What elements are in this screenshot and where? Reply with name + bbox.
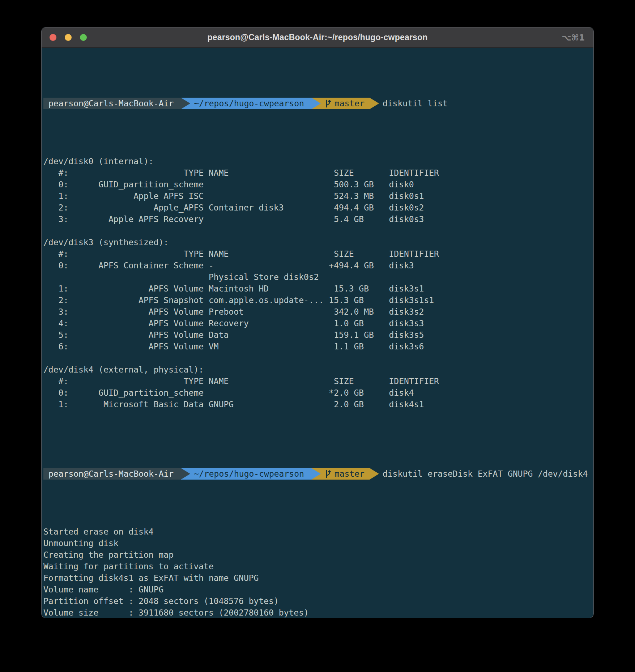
terminal-output-line: Volume size : 3911680 sectors (200278016… <box>43 607 593 618</box>
prompt-line-2: pearson@Carls-MacBook-Air ~/repos/hugo-c… <box>43 468 593 480</box>
prompt-user-host: pearson@Carls-MacBook-Air <box>43 468 181 480</box>
terminal-output-line: 4: APFS Volume Recovery 1.0 GB disk3s3 <box>43 318 593 329</box>
close-button[interactable] <box>50 34 56 41</box>
terminal-output-line: 1: APFS Volume Macintosh HD 15.3 GB disk… <box>43 283 593 294</box>
terminal-output-line: #: TYPE NAME SIZE IDENTIFIER <box>43 167 593 179</box>
terminal-output-line: Partition offset : 2048 sectors (1048576… <box>43 595 593 607</box>
terminal-output-line: #: TYPE NAME SIZE IDENTIFIER <box>43 248 593 260</box>
prompt-git-branch: master <box>334 468 365 480</box>
terminal-output-line: 1: Microsoft Basic Data GNUPG 2.0 GB dis… <box>43 399 593 410</box>
prompt-line-1: pearson@Carls-MacBook-Air ~/repos/hugo-c… <box>43 98 593 109</box>
terminal-output-line: Waiting for partitions to activate <box>43 561 593 572</box>
terminal-output-line: 2: Apple_APFS Container disk3 494.4 GB d… <box>43 202 593 213</box>
terminal-output-line: Creating the partition map <box>43 549 593 561</box>
git-branch-icon <box>324 469 331 478</box>
terminal-output-line <box>43 352 593 364</box>
prompt-git-segment: master <box>311 98 370 109</box>
terminal-output-line: /dev/disk4 (external, physical): <box>43 364 593 375</box>
terminal-output-line: 0: GUID_partition_scheme 500.3 GB disk0 <box>43 179 593 190</box>
terminal-output-line: 3: Apple_APFS_Recovery 5.4 GB disk0s3 <box>43 213 593 225</box>
traffic-lights <box>50 27 87 47</box>
powerline-arrow-icon <box>370 468 379 480</box>
terminal-output-line: 1: Apple_APFS_ISC 524.3 MB disk0s1 <box>43 190 593 202</box>
terminal-output-line: /dev/disk3 (synthesized): <box>43 237 593 248</box>
terminal-output-line <box>43 410 593 422</box>
terminal-output-line: Volume name : GNUPG <box>43 584 593 595</box>
prompt-user-host: pearson@Carls-MacBook-Air <box>43 98 181 109</box>
terminal-output-line: 2: APFS Snapshot com.apple.os.update-...… <box>43 294 593 306</box>
terminal-output-line: 0: GUID_partition_scheme *2.0 GB disk4 <box>43 387 593 399</box>
command-text-diskutil-list: diskutil list <box>383 98 448 109</box>
diskutil-erase-output: Started erase on disk4Unmounting diskCre… <box>43 526 593 618</box>
command-text-diskutil-erasedisk: diskutil eraseDisk ExFAT GNUPG /dev/disk… <box>383 468 588 480</box>
window-title: pearson@Carls-MacBook-Air:~/repos/hugo-c… <box>207 33 427 42</box>
minimize-button[interactable] <box>65 34 72 41</box>
terminal-output-line: Started erase on disk4 <box>43 526 593 537</box>
git-branch-icon <box>324 99 331 108</box>
prompt-git-segment: master <box>311 468 370 480</box>
powerline-arrow-icon <box>370 98 379 109</box>
terminal-output-line: 6: APFS Volume VM 1.1 GB disk3s6 <box>43 341 593 352</box>
prompt-cwd: ~/repos/hugo-cwpearson <box>181 98 311 109</box>
window-shortcut-hint: ⌥⌘1 <box>562 27 585 47</box>
terminal-output-line: Unmounting disk <box>43 537 593 549</box>
terminal-output-line: 5: APFS Volume Data 159.1 GB disk3s5 <box>43 329 593 341</box>
terminal-content[interactable]: pearson@Carls-MacBook-Air ~/repos/hugo-c… <box>42 48 593 618</box>
titlebar[interactable]: pearson@Carls-MacBook-Air:~/repos/hugo-c… <box>42 27 593 48</box>
fullscreen-button[interactable] <box>80 34 87 41</box>
terminal-output-line: Formatting disk4s1 as ExFAT with name GN… <box>43 572 593 584</box>
terminal-output-line: #: TYPE NAME SIZE IDENTIFIER <box>43 375 593 387</box>
diskutil-list-output: /dev/disk0 (internal): #: TYPE NAME SIZE… <box>43 156 593 422</box>
terminal-output-line <box>43 225 593 237</box>
terminal-output-line: /dev/disk0 (internal): <box>43 156 593 167</box>
terminal-output-line: Physical Store disk0s2 <box>43 271 593 283</box>
prompt-git-branch: master <box>334 98 365 109</box>
terminal-window: pearson@Carls-MacBook-Air:~/repos/hugo-c… <box>41 27 594 618</box>
terminal-output-line: 3: APFS Volume Preboot 342.0 MB disk3s2 <box>43 306 593 318</box>
terminal-output-line: 0: APFS Container Scheme - +494.4 GB dis… <box>43 260 593 271</box>
prompt-cwd: ~/repos/hugo-cwpearson <box>181 468 311 480</box>
